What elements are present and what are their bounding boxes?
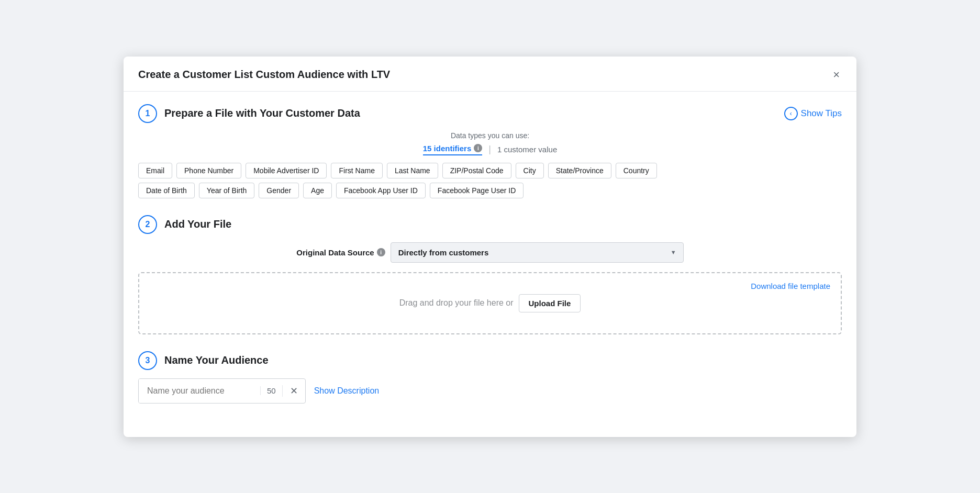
close-button[interactable]: × <box>831 67 842 83</box>
data-source-select[interactable]: Directly from customers <box>391 242 684 263</box>
modal: Create a Customer List Custom Audience w… <box>124 57 856 437</box>
step-2-title: Add Your File <box>164 218 231 230</box>
clear-input-button[interactable]: ✕ <box>282 385 305 397</box>
identifier-tag: First Name <box>331 163 382 178</box>
tags-row-2: Date of BirthYear of BirthGenderAgeFaceb… <box>138 183 842 198</box>
audience-name-input[interactable] <box>139 379 260 403</box>
step-3-header: 3 Name Your Audience <box>138 351 842 370</box>
upload-file-button[interactable]: Upload File <box>519 294 581 312</box>
tags-row-1: EmailPhone NumberMobile Advertiser IDFir… <box>138 163 842 178</box>
identifier-tag: Facebook App User ID <box>336 183 426 198</box>
identifiers-count-label: 15 identifiers <box>423 144 472 153</box>
audience-input-row: 50 ✕ <box>138 378 306 404</box>
data-source-label: Original Data Source i <box>296 248 385 257</box>
identifier-tag: ZIP/Postal Code <box>442 163 511 178</box>
identifier-tag: City <box>516 163 544 178</box>
identifier-tag: Facebook Page User ID <box>430 183 524 198</box>
step-3-number: 3 <box>138 351 157 370</box>
identifiers-divider: | <box>488 144 491 155</box>
identifier-tag: Phone Number <box>176 163 241 178</box>
step-3-title: Name Your Audience <box>164 354 269 366</box>
identifiers-info-icon[interactable]: i <box>474 144 482 152</box>
drop-zone[interactable]: Download file template Drag and drop you… <box>138 272 842 334</box>
identifier-tag: State/Province <box>548 163 611 178</box>
identifier-tag: Mobile Advertiser ID <box>246 163 327 178</box>
step-3: 3 Name Your Audience 50 ✕ Show Descripti… <box>138 351 842 404</box>
data-source-select-wrapper: Directly from customers <box>391 242 684 263</box>
data-source-info-icon[interactable]: i <box>377 248 385 256</box>
step-2: 2 Add Your File Original Data Source i D… <box>138 215 842 334</box>
identifiers-tabs: 15 identifiers i | 1 customer value <box>138 144 842 155</box>
audience-name-row: 50 ✕ Show Description <box>138 378 842 404</box>
download-file-template-link[interactable]: Download file template <box>751 282 830 290</box>
identifier-tag: Country <box>616 163 657 178</box>
step-2-header: 2 Add Your File <box>138 215 842 234</box>
data-source-row: Original Data Source i Directly from cus… <box>138 242 842 263</box>
show-tips-icon: ‹ <box>784 107 798 120</box>
identifier-tag: Last Name <box>387 163 438 178</box>
show-tips-button[interactable]: ‹ Show Tips <box>784 107 842 120</box>
data-types-label: Data types you can use: <box>138 131 842 140</box>
modal-header: Create a Customer List Custom Audience w… <box>124 57 856 92</box>
drop-zone-center: Drag and drop your file here or Upload F… <box>152 294 828 312</box>
identifier-tag: Age <box>303 183 332 198</box>
step-1: 1 Prepare a File with Your Customer Data… <box>138 104 842 198</box>
identifier-tag: Year of Birth <box>199 183 255 198</box>
step-2-number: 2 <box>138 215 157 234</box>
step-1-header-left: 1 Prepare a File with Your Customer Data <box>138 104 360 123</box>
identifiers-active-tab[interactable]: 15 identifiers i <box>423 144 483 155</box>
step-1-title: Prepare a File with Your Customer Data <box>164 107 360 119</box>
step-1-header: 1 Prepare a File with Your Customer Data… <box>138 104 842 123</box>
drop-text: Drag and drop your file here or <box>399 298 514 308</box>
modal-body: 1 Prepare a File with Your Customer Data… <box>124 92 856 437</box>
identifier-tag: Email <box>138 163 172 178</box>
char-count: 50 <box>260 386 282 395</box>
identifier-tag: Gender <box>259 183 299 198</box>
modal-title: Create a Customer List Custom Audience w… <box>138 69 390 81</box>
show-description-button[interactable]: Show Description <box>314 386 380 396</box>
step-1-number: 1 <box>138 104 157 123</box>
customer-value-tab[interactable]: 1 customer value <box>497 145 557 154</box>
show-tips-label: Show Tips <box>801 108 842 119</box>
identifier-tag: Date of Birth <box>138 183 195 198</box>
